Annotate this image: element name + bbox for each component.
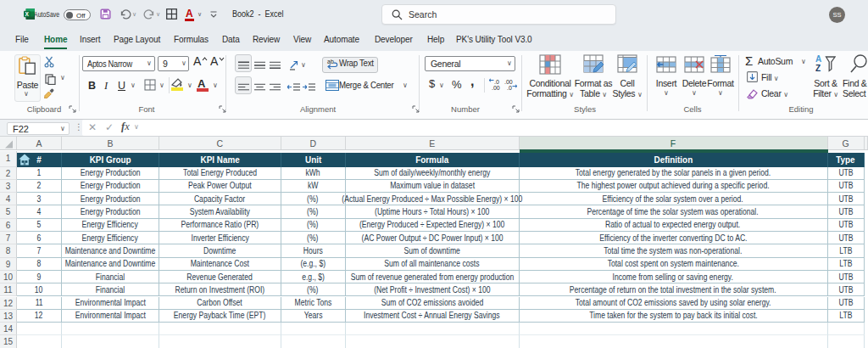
svg-text:ab: ab bbox=[327, 59, 334, 65]
svg-text:.00: .00 bbox=[492, 85, 500, 91]
svg-text:.0: .0 bbox=[494, 79, 499, 85]
svg-text:X: X bbox=[25, 11, 29, 17]
svg-text:.0: .0 bbox=[507, 85, 512, 91]
svg-text:A: A bbox=[815, 54, 821, 64]
svg-text:.00: .00 bbox=[504, 79, 513, 85]
svg-text:Z: Z bbox=[815, 64, 821, 73]
